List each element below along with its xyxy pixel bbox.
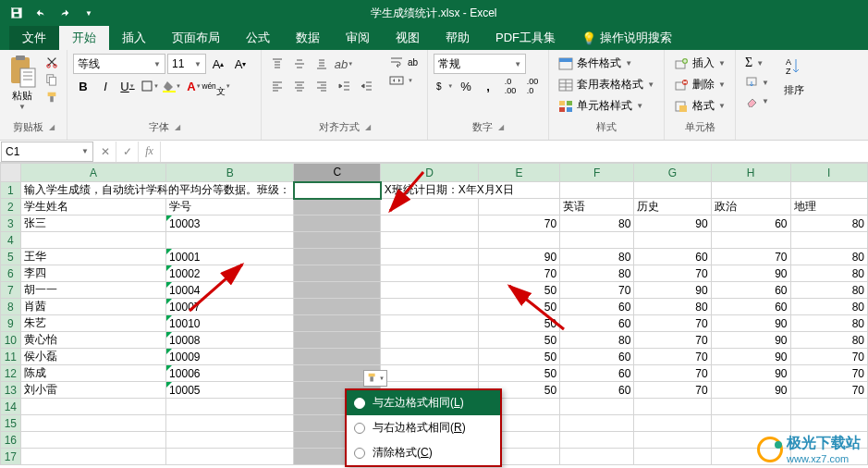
cell[interactable] — [711, 182, 790, 199]
cell[interactable]: 80 — [560, 265, 634, 282]
cell[interactable]: 50 — [478, 332, 559, 349]
cell[interactable]: 60 — [711, 282, 790, 299]
cell[interactable] — [560, 432, 634, 449]
cell[interactable]: 90 — [711, 382, 790, 399]
cell[interactable] — [166, 399, 294, 415]
row-header-4[interactable]: 4 — [1, 232, 21, 249]
undo-button[interactable] — [30, 3, 52, 23]
tab-pdf[interactable]: PDF工具集 — [483, 26, 568, 50]
decrease-indent-button[interactable] — [334, 76, 354, 96]
cell[interactable] — [478, 232, 559, 249]
clear-button[interactable]: ▼ — [741, 92, 773, 109]
dialog-launcher-icon[interactable]: ◢ — [365, 123, 371, 131]
cell[interactable]: 70 — [711, 249, 790, 265]
cell[interactable] — [381, 232, 479, 249]
tab-help[interactable]: 帮助 — [433, 26, 483, 50]
cell[interactable]: 70 — [790, 365, 867, 382]
row-header-8[interactable]: 8 — [1, 299, 21, 315]
cell[interactable]: 80 — [790, 332, 867, 349]
tab-layout[interactable]: 页面布局 — [159, 26, 233, 50]
cell[interactable]: 80 — [790, 299, 867, 315]
cell[interactable] — [634, 182, 711, 199]
row-header-1[interactable]: 1 — [1, 182, 21, 199]
row-header-14[interactable]: 14 — [1, 399, 21, 415]
col-header-G[interactable]: G — [634, 164, 711, 182]
sort-filter-button[interactable]: AZ — [780, 54, 808, 80]
cell[interactable]: 60 — [560, 299, 634, 315]
cell[interactable]: 70 — [634, 349, 711, 365]
cell[interactable] — [560, 399, 634, 415]
cell[interactable]: 60 — [711, 299, 790, 315]
wrap-text-button[interactable]: ab — [385, 54, 422, 70]
merge-center-button[interactable]: ▼ — [385, 72, 422, 89]
align-right-button[interactable] — [312, 76, 332, 96]
cell[interactable] — [381, 299, 479, 315]
cell[interactable] — [294, 249, 381, 265]
cell[interactable]: 70 — [634, 365, 711, 382]
increase-font-button[interactable]: A▴ — [208, 54, 228, 74]
cell[interactable]: 70 — [634, 382, 711, 399]
cell[interactable] — [166, 432, 294, 449]
qat-more-button[interactable]: ▼ — [78, 3, 100, 23]
row-header-7[interactable]: 7 — [1, 282, 21, 299]
align-bottom-button[interactable] — [312, 54, 332, 74]
cell[interactable]: 肖茜 — [20, 299, 165, 315]
cell[interactable]: 70 — [634, 265, 711, 282]
font-size-select[interactable]: 11▼ — [167, 54, 206, 74]
col-header-F[interactable]: F — [560, 164, 634, 182]
option-clear-format[interactable]: 清除格式(C) — [347, 440, 500, 465]
col-header-I[interactable]: I — [790, 164, 867, 182]
cell[interactable] — [166, 449, 294, 465]
col-header-H[interactable]: H — [711, 164, 790, 182]
option-same-as-left[interactable]: 与左边格式相同(L) — [347, 390, 500, 415]
cell[interactable] — [381, 216, 479, 232]
option-same-as-right[interactable]: 与右边格式相同(R) — [347, 415, 500, 440]
cell[interactable]: 学生姓名 — [20, 199, 165, 216]
cell[interactable] — [381, 332, 479, 349]
cell[interactable] — [381, 349, 479, 365]
bold-button[interactable]: B — [73, 76, 93, 96]
cell[interactable] — [381, 249, 479, 265]
insert-options-tag[interactable]: ▼ — [363, 370, 387, 387]
orientation-button[interactable]: ab▼ — [334, 54, 354, 74]
cell[interactable] — [294, 199, 381, 216]
cell[interactable]: 王华 — [20, 249, 165, 265]
tab-formulas[interactable]: 公式 — [233, 26, 283, 50]
cell[interactable]: 60 — [560, 382, 634, 399]
cell[interactable] — [560, 449, 634, 465]
cell[interactable] — [20, 449, 165, 465]
cell[interactable]: 10010 — [166, 315, 294, 332]
col-header-C[interactable]: C — [294, 164, 381, 182]
tell-me[interactable]: 💡 操作说明搜索 — [568, 26, 685, 50]
tab-view[interactable]: 视图 — [383, 26, 433, 50]
cut-button[interactable] — [43, 54, 61, 70]
cell[interactable]: 70 — [478, 216, 559, 232]
tab-home[interactable]: 开始 — [59, 26, 109, 50]
cell-styles-button[interactable]: 单元格样式▼ — [555, 96, 658, 116]
cell[interactable] — [294, 299, 381, 315]
cell[interactable] — [294, 315, 381, 332]
cell[interactable]: 70 — [478, 265, 559, 282]
cell[interactable]: 70 — [790, 349, 867, 365]
percent-button[interactable]: % — [456, 76, 476, 96]
cell[interactable]: 80 — [560, 332, 634, 349]
paste-button[interactable]: 粘贴 ▼ — [6, 54, 39, 113]
cell[interactable]: X班统计日期：X年X月X日 — [381, 182, 560, 199]
cell[interactable]: 10003 — [166, 216, 294, 232]
fx-button[interactable]: fx — [139, 142, 161, 162]
cell[interactable]: 朱艺 — [20, 315, 165, 332]
cell[interactable]: 黄心怡 — [20, 332, 165, 349]
cell[interactable]: 10009 — [166, 349, 294, 365]
cell[interactable]: 60 — [634, 249, 711, 265]
underline-button[interactable]: U▼ — [117, 76, 138, 96]
row-header-6[interactable]: 6 — [1, 265, 21, 282]
cell[interactable]: 70 — [634, 332, 711, 349]
cell[interactable]: 60 — [560, 315, 634, 332]
cell[interactable]: 10001 — [166, 249, 294, 265]
format-button[interactable]: 格式▼ — [670, 96, 729, 116]
italic-button[interactable]: I — [95, 76, 116, 96]
cell[interactable] — [294, 332, 381, 349]
row-header-16[interactable]: 16 — [1, 432, 21, 449]
cell[interactable]: 80 — [790, 249, 867, 265]
phonetic-button[interactable]: wén文▼ — [206, 76, 226, 96]
